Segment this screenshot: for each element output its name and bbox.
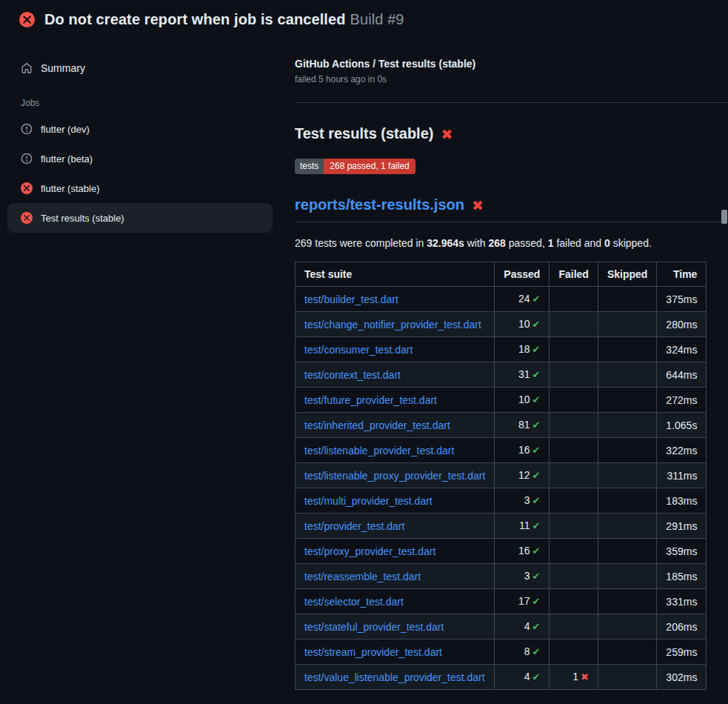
suite-cell: test/future_provider_test.dart — [295, 388, 495, 413]
vertical-scrollbar-thumb[interactable] — [721, 210, 727, 224]
skipped-cell — [598, 413, 656, 438]
count-value: 31 — [518, 368, 530, 380]
summary-text: failed and — [554, 237, 605, 249]
results-table: Test suitePassedFailedSkippedTimetest/bu… — [295, 262, 707, 690]
skipped-cell — [598, 463, 656, 488]
passed-cell: 3✔ — [495, 488, 550, 514]
time-cell: 311ms — [657, 463, 707, 488]
table-row: test/context_test.dart31✔644ms — [295, 362, 707, 388]
count-value: 12 — [518, 469, 530, 481]
suite-link[interactable]: test/value_listenable_provider_test.dart — [304, 671, 485, 683]
cross-icon: ✖ — [581, 671, 589, 683]
skipped-cell — [598, 362, 656, 388]
table-row: test/stateful_provider_test.dart4✔206ms — [295, 614, 707, 640]
check-icon: ✔ — [532, 319, 541, 330]
table-row: test/multi_provider_test.dart3✔183ms — [295, 488, 707, 514]
neutral-circle-icon — [21, 123, 33, 135]
job-label: flutter (beta) — [41, 153, 93, 165]
suite-link[interactable]: test/stream_provider_test.dart — [304, 646, 442, 658]
time-cell: 280ms — [657, 312, 707, 337]
suite-link[interactable]: test/context_test.dart — [304, 369, 401, 381]
count-value: 17 — [518, 595, 530, 607]
summary-value: 1 — [548, 237, 554, 249]
suite-cell: test/inherited_provider_test.dart — [295, 413, 495, 438]
failed-cell — [550, 362, 598, 388]
skipped-cell — [598, 539, 656, 564]
failed-cell — [550, 564, 598, 589]
failed-x-icon: ✖ — [441, 127, 453, 142]
failed-cell — [550, 312, 598, 337]
suite-link[interactable]: test/selector_test.dart — [304, 596, 404, 608]
failed-cell — [550, 589, 598, 614]
skipped-cell — [598, 640, 656, 665]
run-status-line: failed 5 hours ago in 0s — [295, 74, 705, 84]
count-value: 8 — [524, 645, 530, 657]
sidebar-item-summary[interactable]: Summary — [7, 56, 273, 80]
time-cell: 359ms — [657, 539, 707, 564]
neutral-circle-icon — [21, 153, 33, 165]
table-row: test/proxy_provider_test.dart16✔359ms — [295, 539, 707, 564]
report-link[interactable]: reports/test-results.json — [295, 196, 464, 213]
breadcrumb: GitHub Actions / Test results (stable) — [295, 58, 705, 70]
suite-link[interactable]: test/consumer_test.dart — [304, 344, 413, 356]
summary-label: Summary — [41, 62, 85, 74]
sidebar-job-flutter-dev[interactable]: flutter (dev) — [7, 114, 273, 144]
check-icon: ✔ — [532, 470, 541, 481]
passed-cell: 81✔ — [495, 413, 550, 438]
suite-cell: test/consumer_test.dart — [295, 337, 495, 362]
suite-link[interactable]: test/listenable_provider_test.dart — [304, 445, 454, 456]
sidebar: Summary Jobs flutter (dev)flutter (beta)… — [0, 39, 295, 233]
time-cell: 259ms — [657, 640, 707, 665]
suite-cell: test/proxy_provider_test.dart — [295, 539, 495, 564]
skipped-cell — [598, 614, 656, 640]
table-header-row: Test suitePassedFailedSkippedTime — [295, 262, 707, 287]
count-value: 18 — [518, 343, 530, 355]
suite-link[interactable]: test/builder_test.dart — [304, 293, 398, 305]
check-icon: ✔ — [532, 495, 541, 506]
suite-link[interactable]: test/listenable_proxy_provider_test.dart — [304, 470, 485, 482]
run-header: Do not create report when job is cancell… — [0, 0, 728, 39]
skipped-cell — [598, 564, 656, 589]
time-cell: 206ms — [657, 614, 707, 640]
summary-text: 269 tests were completed in — [295, 237, 427, 249]
time-cell: 331ms — [657, 589, 707, 614]
suite-cell: test/stream_provider_test.dart — [295, 640, 495, 665]
count-value: 16 — [518, 444, 530, 456]
summary-text: with — [464, 237, 489, 249]
suite-link[interactable]: test/proxy_provider_test.dart — [304, 545, 435, 557]
summary-value: 32.964s — [427, 237, 464, 249]
table-row: test/builder_test.dart24✔375ms — [295, 287, 707, 312]
sidebar-job-flutter-stable[interactable]: flutter (stable) — [7, 173, 273, 203]
suite-cell: test/value_listenable_provider_test.dart — [295, 665, 495, 690]
jobs-section-label: Jobs — [21, 98, 273, 108]
suite-cell: test/change_notifier_provider_test.dart — [295, 312, 495, 337]
suite-link[interactable]: test/future_provider_test.dart — [304, 394, 437, 406]
suite-link[interactable]: test/multi_provider_test.dart — [304, 495, 433, 507]
failed-cell: 1✖ — [550, 665, 598, 690]
job-label: flutter (dev) — [41, 124, 90, 135]
passed-cell: 11✔ — [495, 514, 550, 539]
check-icon: ✔ — [532, 621, 541, 632]
time-cell: 185ms — [657, 564, 707, 589]
skipped-cell — [598, 488, 656, 514]
count-value: 3 — [524, 494, 530, 506]
suite-link[interactable]: test/stateful_provider_test.dart — [304, 621, 444, 633]
suite-cell: test/multi_provider_test.dart — [295, 488, 495, 514]
sidebar-job-flutter-beta[interactable]: flutter (beta) — [7, 144, 273, 173]
table-row: test/listenable_provider_test.dart16✔322… — [295, 438, 707, 463]
suite-link[interactable]: test/change_notifier_provider_test.dart — [304, 319, 481, 331]
suite-link[interactable]: test/provider_test.dart — [304, 520, 404, 532]
passed-cell: 31✔ — [495, 362, 550, 388]
suite-link[interactable]: test/reassemble_test.dart — [304, 571, 421, 582]
table-row: test/listenable_proxy_provider_test.dart… — [295, 463, 707, 488]
check-icon: ✔ — [532, 419, 541, 431]
table-row: test/selector_test.dart17✔331ms — [295, 589, 707, 614]
sidebar-job-test-results-stable[interactable]: Test results (stable) — [7, 203, 273, 233]
count-value: 1 — [572, 671, 578, 683]
suite-link[interactable]: test/inherited_provider_test.dart — [304, 419, 450, 431]
summary-value: 268 — [489, 237, 506, 249]
table-row: test/change_notifier_provider_test.dart1… — [295, 312, 707, 337]
passed-cell: 17✔ — [495, 589, 550, 614]
col-header-skipped: Skipped — [598, 262, 656, 287]
passed-cell: 4✔ — [495, 614, 550, 640]
